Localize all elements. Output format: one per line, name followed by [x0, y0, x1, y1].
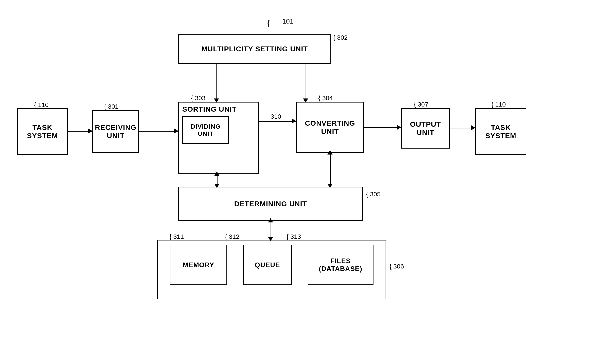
- storage-group-box: MEMORY QUEUE FILES(DATABASE): [157, 240, 386, 299]
- arrow-conv-to-out: [364, 127, 401, 128]
- arrowhead-out-to-ts: [471, 125, 475, 130]
- arrow-mult-to-sort: [217, 64, 217, 102]
- converting-unit-box: CONVERTING UNIT: [296, 102, 364, 153]
- arrowhead-det-store-down: [268, 237, 273, 241]
- ref-304: { 304: [318, 94, 333, 102]
- ref-303: { 303: [191, 94, 206, 102]
- ref-306: { 306: [389, 263, 404, 270]
- output-unit-label: OUTPUT UNIT: [402, 120, 449, 137]
- multiplicity-setting-unit-label: MULTIPLICITY SETTING UNIT: [201, 45, 308, 53]
- arrowhead-sort-det-up: [214, 171, 219, 176]
- determining-unit-label: DETERMINING UNIT: [234, 200, 307, 208]
- files-box: FILES(DATABASE): [308, 245, 373, 285]
- task-system-right-label: TASK SYSTEM: [476, 123, 526, 140]
- arrowhead-det-store-up: [268, 218, 273, 222]
- receiving-unit-label: RECEIVING UNIT: [93, 123, 138, 140]
- task-system-left-box: TASK SYSTEM: [17, 108, 68, 155]
- receiving-unit-box: RECEIVING UNIT: [92, 110, 139, 153]
- determining-unit-box: DETERMINING UNIT: [178, 187, 363, 221]
- task-system-right-box: TASK SYSTEM: [475, 108, 526, 155]
- brace-101: {: [267, 19, 270, 27]
- arrowhead-conv-det-up: [327, 150, 333, 155]
- ref-110-left: { 110: [34, 101, 49, 109]
- ref-307: { 307: [414, 101, 428, 108]
- ref-110-right: { 110: [491, 101, 506, 108]
- task-system-left-label: TASK SYSTEM: [18, 123, 67, 140]
- diagram-container: 101 { TASK SYSTEM { 110 RECEIVING UNIT {…: [13, 13, 592, 351]
- arrowhead-recv-to-sort: [174, 129, 178, 133]
- files-label: FILES(DATABASE): [319, 257, 362, 273]
- arrowhead-ts-to-recv: [88, 129, 92, 133]
- ref-312: { 312: [225, 233, 239, 240]
- dividing-unit-label: DIVIDING UNIT: [183, 123, 228, 137]
- arrow-recv-to-sort: [139, 131, 178, 131]
- converting-unit-label: CONVERTING UNIT: [297, 119, 363, 136]
- arrowhead-sort-to-conv: [292, 118, 296, 124]
- sorting-unit-box: SORTING UNIT DIVIDING UNIT: [178, 102, 259, 174]
- memory-box: MEMORY: [170, 245, 227, 285]
- queue-label: QUEUE: [255, 261, 280, 269]
- ref-302: { 302: [333, 34, 348, 41]
- sorting-unit-label: SORTING UNIT: [182, 105, 237, 113]
- arrowhead-sort-det-down: [214, 184, 219, 188]
- arrow-sort-to-conv: [259, 121, 296, 122]
- arrow-conv-det-v: [330, 153, 331, 187]
- queue-box: QUEUE: [243, 245, 292, 285]
- arrowhead-conv-to-out: [397, 125, 401, 130]
- ref-101: 101: [282, 17, 294, 25]
- output-unit-box: OUTPUT UNIT: [401, 108, 450, 149]
- ref-305: { 305: [366, 191, 381, 198]
- ref-310: 310: [270, 113, 281, 120]
- ref-313: { 313: [286, 233, 301, 240]
- arrow-mult-to-conv: [306, 64, 306, 102]
- ref-311: { 311: [169, 233, 184, 240]
- arrowhead-mult-to-sort: [214, 99, 219, 103]
- dividing-unit-box: DIVIDING UNIT: [182, 116, 229, 144]
- multiplicity-setting-unit-box: MULTIPLICITY SETTING UNIT: [178, 34, 331, 64]
- ref-301: { 301: [104, 103, 118, 110]
- arrowhead-conv-det-down: [327, 184, 333, 188]
- memory-label: MEMORY: [183, 261, 214, 269]
